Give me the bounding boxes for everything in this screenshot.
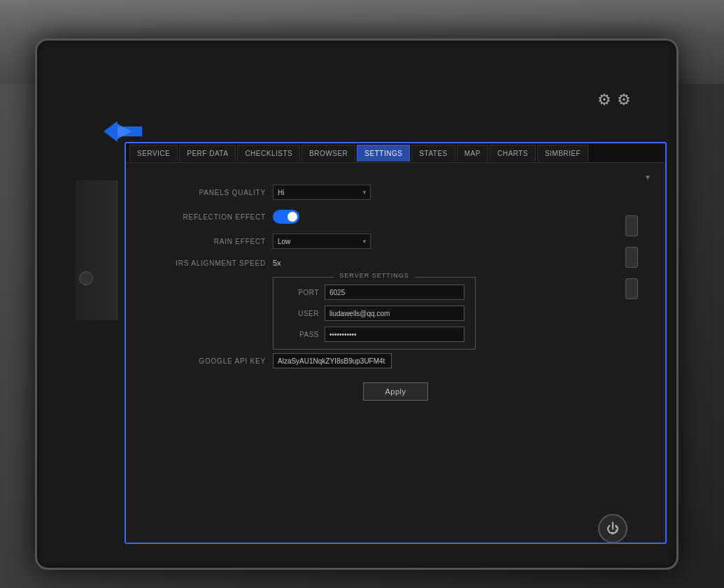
user-field: USER: [284, 306, 464, 321]
tab-map[interactable]: MAP: [457, 145, 488, 162]
nav-tabs: SERVICE PERF DATA CHECKLISTS BROWSER SET…: [126, 143, 665, 163]
google-api-input[interactable]: [273, 353, 392, 368]
panels-quality-select[interactable]: Hi Medium Low ▼: [273, 185, 371, 200]
server-settings-box: SERVER SETTINGS PORT USER PASS: [273, 277, 476, 350]
reflection-effect-label: REFLECTION EFFECT: [140, 213, 266, 221]
port-input[interactable]: [325, 285, 464, 300]
apply-button-row: Apply: [140, 382, 651, 401]
left-knob: [79, 271, 93, 285]
google-api-label: GOOGLE API KEY: [140, 357, 266, 365]
reflection-effect-toggle[interactable]: [273, 210, 299, 224]
knob-2: [625, 247, 638, 268]
apply-button[interactable]: Apply: [363, 382, 427, 401]
logo-svg: [104, 121, 142, 142]
power-icon: ⏻: [606, 522, 619, 536]
tab-states[interactable]: STATES: [411, 145, 455, 162]
knob-3: [625, 278, 638, 299]
rain-effect-row: RAIN EFFECT Low Medium High Off ▼: [140, 234, 651, 249]
main-screen: SERVICE PERF DATA CHECKLISTS BROWSER SET…: [125, 142, 667, 544]
device-frame: ⚙ ⚙ SERVICE PERF DATA CHECKLISTS BROWSER…: [35, 38, 679, 570]
power-button[interactable]: ⏻: [598, 514, 627, 543]
svg-marker-1: [118, 124, 132, 139]
rain-effect-label: RAIN EFFECT: [140, 238, 266, 245]
panels-quality-row: PANELS QUALITY Hi Medium Low ▼: [140, 185, 651, 200]
logo-area: [104, 121, 142, 142]
settings-content: ▼ PANELS QUALITY Hi Medium Low ▼ REFLECT…: [126, 163, 665, 411]
tab-checklists[interactable]: CHECKLISTS: [237, 145, 300, 162]
user-label: USER: [284, 310, 319, 317]
pass-label: PASS: [284, 331, 319, 338]
settings-icon-2[interactable]: ⚙: [617, 91, 631, 109]
rain-effect-dropdown[interactable]: Low Medium High Off: [273, 234, 371, 249]
port-field: PORT: [284, 285, 464, 300]
rain-effect-select[interactable]: Low Medium High Off ▼: [273, 234, 371, 249]
top-icons-area: ⚙ ⚙: [597, 91, 631, 109]
server-settings-title: SERVER SETTINGS: [334, 272, 414, 279]
panels-quality-label: PANELS QUALITY: [140, 189, 266, 196]
pass-field: PASS: [284, 327, 464, 342]
irs-alignment-label: IRS ALIGNMENT SPEED: [140, 259, 266, 267]
knob-1: [625, 215, 638, 236]
settings-icon-1[interactable]: ⚙: [597, 91, 611, 109]
tab-charts[interactable]: CHARTS: [490, 145, 536, 162]
side-knobs: [625, 215, 638, 299]
port-label: PORT: [284, 289, 319, 296]
tab-settings[interactable]: SETTINGS: [357, 145, 410, 162]
tab-browser[interactable]: BROWSER: [301, 145, 355, 162]
tab-simbrief[interactable]: SIMBRIEF: [537, 145, 588, 162]
irs-alignment-row: IRS ALIGNMENT SPEED 5x: [140, 259, 651, 267]
left-panel: [76, 180, 118, 320]
reflection-effect-row: REFLECTION EFFECT: [140, 210, 651, 224]
dropdown-arrow-icon[interactable]: ▼: [644, 173, 651, 181]
tab-perf-data[interactable]: PERF DATA: [179, 145, 236, 162]
irs-alignment-value: 5x: [273, 259, 281, 267]
tab-service[interactable]: SERVICE: [129, 145, 178, 162]
user-input[interactable]: [325, 306, 464, 321]
pass-input[interactable]: [325, 327, 464, 342]
panels-quality-dropdown[interactable]: Hi Medium Low: [273, 185, 371, 200]
google-api-row: GOOGLE API KEY: [140, 353, 651, 368]
content-dropdown: ▼: [140, 173, 651, 181]
